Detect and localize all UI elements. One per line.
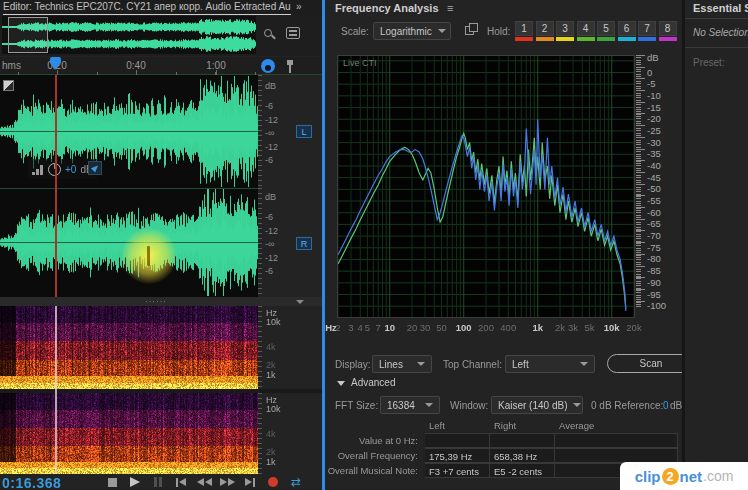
playhead-line[interactable] (55, 75, 57, 297)
hold-button-2[interactable]: 2 (536, 21, 554, 41)
db-axis-label: -25 (647, 125, 661, 136)
timeline-ruler[interactable]: hms 0:200:401:00 (0, 57, 322, 75)
audition-window: Editor: Technics EPC207C. CY21 апер корр… (0, 0, 748, 490)
panel-options-icon[interactable] (286, 27, 300, 39)
hold-button-3[interactable]: 3 (556, 21, 574, 41)
channel-divider (0, 188, 258, 189)
tab-overflow-chevron-icon[interactable]: » (296, 1, 302, 12)
freq-axis-label: 20k (626, 322, 641, 333)
fft-size-label: FFT Size: (335, 400, 378, 411)
channel-badge-left[interactable]: L (296, 125, 312, 138)
db-axis-label: -55 (647, 195, 661, 206)
zoom-navigate-icon[interactable] (262, 27, 276, 41)
fade-bars-icon (32, 164, 44, 175)
table-row-label: Value at 0 Hz: (325, 435, 418, 446)
gain-value: +0 (65, 164, 76, 175)
hold-button-7[interactable]: 7 (638, 21, 656, 41)
table-cell (490, 433, 555, 448)
table-row: Overall Frequency:175,39 Hz658,38 Hz (325, 448, 682, 463)
record-button[interactable] (266, 476, 280, 488)
table-column-header: Average (559, 420, 594, 431)
play-button[interactable] (128, 476, 142, 488)
top-channel-label: Top Channel: (443, 359, 502, 370)
panel-title: Frequency Analysis (335, 2, 439, 14)
hold-label: Hold: (487, 26, 510, 37)
freq-axis-label: 3k (568, 322, 578, 333)
db-ruler-label: -6 (265, 101, 273, 111)
watermark-text: .com (703, 468, 733, 484)
db-axis-label: 0 (647, 67, 652, 78)
clip-corner-handle-icon[interactable] (3, 80, 14, 91)
db-ruler-label: -6 (265, 266, 273, 276)
panel-splitter[interactable]: ······ (0, 297, 322, 306)
effects-rocket-icon[interactable] (88, 161, 102, 175)
display-value: Lines (379, 359, 403, 370)
rewind-button[interactable] (197, 476, 211, 488)
panel-menu-icon[interactable]: ≡ (447, 2, 453, 14)
display-dropdown[interactable]: Lines (372, 355, 432, 373)
hz-ruler-label: 10k (266, 404, 281, 414)
hz-ruler-label: 4k (266, 342, 276, 352)
spectrogram-right[interactable] (0, 393, 258, 474)
hold-button-5[interactable]: 5 (597, 21, 615, 41)
fft-size-value: 16384 (387, 400, 415, 411)
time-display[interactable]: 0:16.368 (2, 475, 61, 490)
channel-badge-right[interactable]: R (296, 237, 312, 250)
timeline-unit-label: hms (2, 60, 21, 71)
clip2net-watermark: clip 2 net .com (620, 462, 748, 490)
playhead-marker[interactable] (50, 57, 61, 70)
fast-forward-button[interactable] (220, 476, 234, 488)
top-channel-value: Left (512, 359, 529, 370)
advanced-label[interactable]: Advanced (351, 377, 395, 388)
window-dropdown[interactable]: Kaiser (140 dB) (491, 396, 583, 414)
divider (685, 18, 748, 19)
db-ruler-ticks (258, 75, 262, 188)
playhead-line-spectrogram (55, 306, 57, 474)
table-row-label: Overall Frequency: (325, 450, 418, 461)
freq-axis-label: 50 (436, 322, 447, 333)
clip-gain-hud[interactable]: +0 dB (28, 159, 97, 179)
scale-dropdown[interactable]: Logarithmic (373, 22, 451, 40)
db-ruler-left: L dB-6-12-∞-12-6 (258, 75, 322, 188)
fft-size-dropdown[interactable]: 16384 (380, 396, 440, 414)
pause-button[interactable] (151, 476, 165, 488)
hold-button-1[interactable]: 1 (515, 21, 533, 41)
waveform-overview[interactable] (0, 15, 322, 56)
frequency-graph-svg (338, 56, 634, 317)
advanced-collapse-icon[interactable] (337, 381, 345, 386)
db-reference-value[interactable]: 0 (663, 400, 669, 411)
skip-to-end-button[interactable] (243, 476, 257, 488)
copy-graph-icon[interactable] (465, 23, 479, 37)
monitor-icon[interactable] (261, 59, 275, 73)
db-ruler-label: -12 (265, 253, 278, 263)
loop-button[interactable]: ⇄ (289, 476, 303, 488)
hold-button-4[interactable]: 4 (577, 21, 595, 41)
center-line-left (0, 131, 258, 132)
no-selection-status: No Selection (693, 27, 748, 38)
splitter-arrow-icon[interactable] (296, 300, 304, 304)
db-axis-label: -90 (647, 277, 661, 288)
skip-to-start-button[interactable] (174, 476, 188, 488)
db-axis-label: -70 (647, 230, 661, 241)
db-axis-label: -75 (647, 242, 661, 253)
stop-button[interactable] (105, 476, 119, 488)
splitter-grip-icon[interactable]: ······ (145, 300, 167, 303)
db-ruler-label: -6 (265, 212, 273, 222)
db-axis-label: -10 (647, 90, 661, 101)
db-axis-label: -40 (647, 160, 661, 171)
db-ruler-label: dB (265, 192, 276, 202)
db-axis-major-ticks (636, 55, 645, 308)
hold-button-6[interactable]: 6 (618, 21, 636, 41)
overview-range-box[interactable] (8, 17, 48, 53)
editor-tab[interactable]: Editor: Technics EPC207C. CY21 апер корр… (3, 1, 291, 15)
frequency-graph[interactable] (337, 55, 635, 318)
table-cell: 175,39 Hz (425, 448, 490, 463)
hold-button-8[interactable]: 8 (659, 21, 677, 41)
hz-ruler-label: 4k (266, 429, 276, 439)
db-axis-label: -85 (647, 265, 661, 276)
chevron-down-icon (438, 29, 446, 33)
db-axis-label: -35 (647, 148, 661, 159)
freq-axis-label: 4 (358, 322, 363, 333)
spectrogram-left[interactable] (0, 306, 258, 389)
top-channel-dropdown[interactable]: Left (505, 355, 595, 373)
